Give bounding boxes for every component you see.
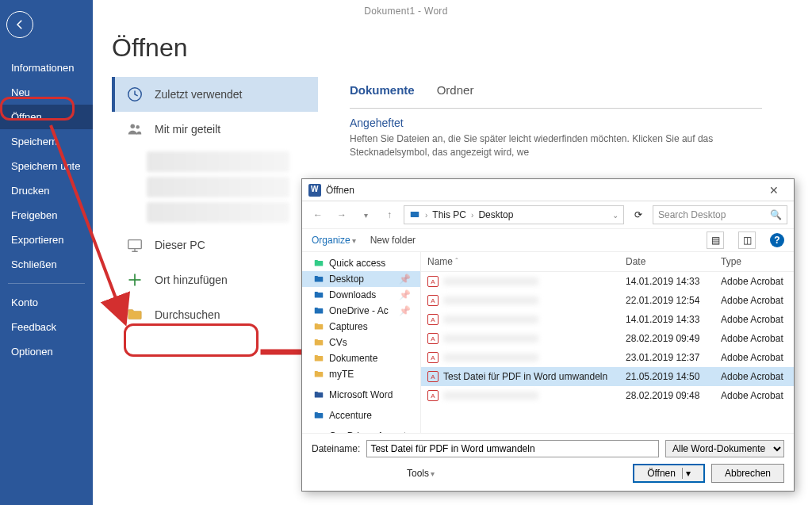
divider (350, 108, 762, 109)
tree-node[interactable]: Microsoft Word (302, 387, 420, 403)
search-input[interactable]: Search Desktop 🔍 (653, 205, 787, 224)
file-row[interactable]: A23.01.2019 12:37Adobe Acrobat (421, 348, 794, 367)
sidebar-item-speichern unte[interactable]: Speichern unte (0, 154, 93, 178)
tab-folders[interactable]: Ordner (437, 83, 474, 100)
cancel-button[interactable]: Abbrechen (711, 464, 784, 483)
folder-small-icon (313, 410, 324, 421)
filename-field[interactable] (366, 440, 659, 457)
nav-back-icon[interactable]: ← (308, 205, 327, 224)
folder-small-icon (313, 321, 324, 332)
svg-point-1 (131, 124, 136, 129)
tree-node[interactable]: Dokumente (302, 350, 420, 366)
svg-rect-3 (128, 240, 142, 249)
plus-icon (126, 271, 144, 289)
back-button[interactable] (6, 11, 33, 38)
source-recent[interactable]: Zuletzt verwendet (112, 77, 318, 112)
search-icon: 🔍 (770, 209, 782, 220)
open-split-icon[interactable]: ▾ (682, 468, 691, 479)
folder-small-icon (313, 258, 324, 269)
sidebar-item-schließen[interactable]: Schließen (0, 252, 93, 277)
breadcrumb-seg[interactable]: This PC (432, 209, 466, 220)
pdf-icon: A (427, 352, 439, 363)
dialog-toolbar: Organize▾ New folder ▤ ◫ ? (302, 228, 794, 252)
view-mode-button[interactable]: ▤ (707, 231, 724, 249)
pc-small-icon (409, 209, 420, 220)
pinned-text: Heften Sie Dateien an, die Sie später le… (350, 132, 762, 159)
file-row[interactable]: A28.02.2019 09:49Adobe Acrobat (421, 329, 794, 348)
file-row[interactable]: A22.01.2019 12:54Adobe Acrobat (421, 291, 794, 310)
source-shared-label: Mit mir geteilt (155, 123, 220, 136)
folder-small-icon (313, 337, 324, 348)
breadcrumb[interactable]: › This PC › Desktop ⌄ (404, 205, 624, 224)
source-recent-label: Zuletzt verwendet (155, 88, 243, 101)
source-shared[interactable]: Mit mir geteilt (112, 112, 318, 147)
file-row[interactable]: A14.01.2019 14:33Adobe Acrobat (421, 272, 794, 291)
pc-icon (126, 236, 144, 254)
close-icon[interactable]: ✕ (760, 184, 787, 197)
recent-tabs: Dokumente Ordner (350, 80, 812, 106)
sidebar-item-feedback[interactable]: Feedback (0, 315, 93, 339)
blurred-source (147, 202, 289, 223)
pinned-heading: Angeheftet (350, 117, 812, 129)
preview-pane-button[interactable]: ◫ (738, 231, 756, 249)
breadcrumb-seg[interactable]: Desktop (478, 209, 513, 220)
col-date[interactable]: Date (619, 252, 714, 271)
tools-menu[interactable]: Tools ▾ (407, 468, 435, 479)
source-addplace[interactable]: Ort hinzufügen (112, 262, 318, 297)
backstage-sidebar: InformationenNeuÖffnenSpeichernSpeichern… (0, 0, 93, 505)
sidebar-item-informationen[interactable]: Informationen (0, 55, 93, 80)
blurred-source (147, 177, 289, 197)
sidebar-separator (8, 283, 85, 284)
dialog-title: Öffnen (326, 185, 354, 196)
chevron-down-icon[interactable]: ⌄ (612, 211, 619, 220)
sidebar-item-öffnen[interactable]: Öffnen (0, 105, 93, 129)
folder-icon (126, 306, 144, 323)
file-list-header: Name ˆ Date Type (421, 252, 794, 272)
file-row[interactable]: ATest Datei für PDF in Word umwandeln21.… (421, 367, 794, 386)
sidebar-item-exportieren[interactable]: Exportieren (0, 228, 93, 252)
filetype-filter[interactable]: Alle Word-Dokumente (665, 440, 784, 457)
organize-button[interactable]: Organize▾ (312, 235, 356, 246)
source-thispc[interactable]: Dieser PC (112, 228, 318, 262)
tab-documents[interactable]: Dokumente (350, 83, 415, 100)
sidebar-item-optionen[interactable]: Optionen (0, 339, 93, 364)
sidebar-item-konto[interactable]: Konto (0, 290, 93, 315)
nav-up-icon[interactable]: ↑ (380, 205, 399, 224)
refresh-icon[interactable]: ⟳ (629, 205, 648, 224)
open-button[interactable]: Öffnen▾ (633, 464, 705, 483)
col-name[interactable]: Name ˆ (421, 252, 619, 271)
source-browse-label: Durchsuchen (155, 308, 220, 321)
nav-forward-icon[interactable]: → (332, 205, 351, 224)
sidebar-item-freigeben[interactable]: Freigeben (0, 203, 93, 228)
tree-node[interactable]: Downloads📌 (302, 287, 420, 303)
tree-node[interactable]: myTE (302, 366, 420, 382)
folder-tree[interactable]: Quick accessDesktop📌Downloads📌OneDrive -… (302, 252, 421, 433)
dialog-footer: Dateiname: Alle Word-Dokumente Tools ▾ Ö… (302, 433, 794, 491)
tree-node[interactable]: Accenture (302, 407, 420, 423)
tree-node[interactable]: Captures (302, 319, 420, 335)
blurred-source (147, 151, 289, 172)
tree-node[interactable]: OneDrive - Ac📌 (302, 303, 420, 319)
sidebar-item-neu[interactable]: Neu (0, 80, 93, 105)
file-row[interactable]: A14.01.2019 14:33Adobe Acrobat (421, 310, 794, 329)
tree-node[interactable]: Desktop📌 (302, 271, 420, 287)
titlebar: Dokument1 - Word (0, 0, 812, 22)
sidebar-item-speichern[interactable]: Speichern (0, 129, 93, 154)
file-list[interactable]: Name ˆ Date Type A14.01.2019 14:33Adobe … (421, 252, 794, 433)
new-folder-button[interactable]: New folder (370, 235, 416, 246)
tree-node[interactable]: CVs (302, 335, 420, 350)
sidebar-item-drucken[interactable]: Drucken (0, 178, 93, 203)
source-browse[interactable]: Durchsuchen (112, 297, 318, 332)
col-type[interactable]: Type (714, 252, 794, 271)
dialog-nav: ← → ▾ ↑ › This PC › Desktop ⌄ ⟳ Search D… (302, 201, 794, 228)
pin-icon: 📌 (399, 274, 411, 285)
open-file-dialog: Öffnen ✕ ← → ▾ ↑ › This PC › Desktop ⌄ ⟳… (301, 178, 795, 492)
help-icon[interactable]: ? (770, 233, 784, 247)
source-addplace-label: Ort hinzufügen (155, 274, 228, 286)
tree-node[interactable]: Quick access (302, 255, 420, 271)
pin-icon: 📌 (399, 289, 411, 300)
file-row[interactable]: A28.02.2019 09:48Adobe Acrobat (421, 386, 794, 405)
nav-history-icon[interactable]: ▾ (356, 205, 375, 224)
svg-point-2 (136, 125, 140, 129)
pin-icon: 📌 (399, 305, 411, 316)
